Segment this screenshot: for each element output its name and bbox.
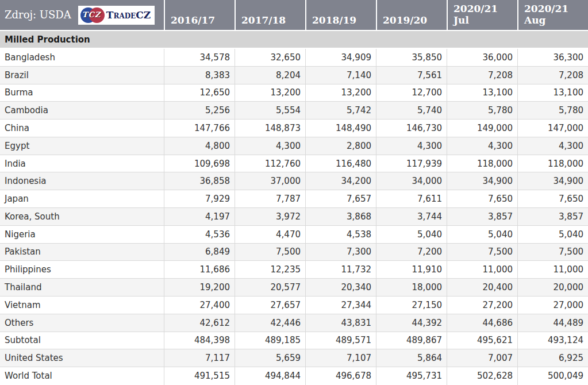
value-cell: 116,480: [305, 155, 376, 172]
value-cell: 8,204: [235, 67, 305, 84]
value-cell: 493,124: [517, 332, 588, 349]
value-cell: 3,857: [447, 208, 517, 225]
value-cell: 44,392: [376, 314, 447, 332]
source-label: Zdroj: USDA: [5, 9, 71, 21]
value-cell: 12,235: [235, 261, 305, 278]
value-cell: 20,340: [305, 279, 376, 296]
logo-wordmark: TradeCZ: [106, 9, 151, 21]
value-cell: 146,730: [376, 120, 447, 137]
value-cell: 34,900: [517, 172, 588, 190]
value-cell: 7,200: [376, 244, 447, 261]
value-cell: 7,500: [447, 244, 517, 261]
section-title: Milled Production: [5, 34, 90, 45]
value-cell: 4,300: [376, 137, 447, 155]
value-cell: 7,650: [517, 190, 588, 207]
table-row: Others 42,61242,44643,83144,39244,68644,…: [0, 314, 588, 332]
source-cell: Zdroj: USDA TCZ TradeCZ: [0, 0, 164, 30]
value-cell: 500,049: [517, 367, 588, 385]
value-cell: 5,256: [164, 102, 235, 119]
value-cell: 44,686: [447, 314, 517, 332]
column-header-label: 2016/17: [171, 14, 231, 26]
value-cell: 2,800: [305, 137, 376, 155]
value-cell: 112,760: [235, 155, 305, 172]
value-cell: 13,200: [235, 84, 305, 102]
value-cell: 27,657: [235, 297, 305, 314]
column-header-label: 2020/21: [454, 3, 514, 14]
table-row: Thailand 19,20020,57720,34018,00020,4002…: [0, 279, 588, 297]
value-cell: 3,868: [305, 208, 376, 225]
row-label: Vietnam: [0, 297, 164, 314]
table-row: United States 7,1175,6597,1075,8647,0076…: [0, 349, 588, 367]
value-cell: 5,040: [447, 226, 517, 243]
tradecz-logo-icon: TCZ: [80, 7, 105, 23]
value-cell: 495,621: [447, 332, 517, 349]
value-cell: 7,107: [305, 349, 376, 367]
value-cell: 7,611: [376, 190, 447, 207]
value-cell: 36,300: [517, 49, 588, 66]
value-cell: 147,000: [517, 120, 588, 137]
table-row: Bangladesh 34,57832,65034,90935,85036,00…: [0, 49, 588, 67]
value-cell: 5,040: [517, 226, 588, 243]
value-cell: 27,000: [517, 297, 588, 314]
value-cell: 43,831: [305, 314, 376, 332]
value-cell: 7,208: [517, 67, 588, 84]
table-row: Philippines 11,68612,23511,73211,91011,0…: [0, 261, 588, 279]
table-row: Nigeria 4,5364,4704,5385,0405,0405,040: [0, 226, 588, 244]
value-cell: 27,150: [376, 297, 447, 314]
value-cell: 494,844: [235, 367, 305, 385]
value-cell: 12,700: [376, 84, 447, 102]
column-header-2016-17: 2016/17: [164, 0, 235, 30]
value-cell: 7,300: [305, 244, 376, 261]
value-cell: 4,197: [164, 208, 235, 225]
value-cell: 36,858: [164, 172, 235, 190]
column-header-2020-21-aug: 2020/21Aug: [517, 0, 588, 30]
row-label: Bangladesh: [0, 49, 164, 66]
row-label: China: [0, 120, 164, 137]
value-cell: 4,300: [447, 137, 517, 155]
row-label: Others: [0, 314, 164, 332]
value-cell: 11,910: [376, 261, 447, 278]
table-row: Indonesia 36,85837,00034,20034,00034,900…: [0, 172, 588, 190]
value-cell: 11,686: [164, 261, 235, 278]
tradecz-logo[interactable]: TCZ TradeCZ: [78, 6, 155, 25]
value-cell: 44,489: [517, 314, 588, 332]
table-row: India 109,698112,760116,480117,939118,00…: [0, 155, 588, 173]
value-cell: 5,742: [305, 102, 376, 119]
value-cell: 13,200: [305, 84, 376, 102]
value-cell: 5,780: [447, 102, 517, 119]
value-cell: 4,536: [164, 226, 235, 243]
value-cell: 34,000: [376, 172, 447, 190]
value-cell: 27,200: [447, 297, 517, 314]
value-cell: 5,659: [235, 349, 305, 367]
table-row: Egypt 4,8004,3002,8004,3004,3004,300: [0, 137, 588, 155]
value-cell: 5,554: [235, 102, 305, 119]
value-cell: 3,972: [235, 208, 305, 225]
value-cell: 20,577: [235, 279, 305, 296]
value-cell: 18,000: [376, 279, 447, 296]
value-cell: 496,678: [305, 367, 376, 385]
value-cell: 5,040: [376, 226, 447, 243]
value-cell: 7,117: [164, 349, 235, 367]
row-label: Egypt: [0, 137, 164, 155]
value-cell: 7,140: [305, 67, 376, 84]
value-cell: 4,800: [164, 137, 235, 155]
column-header-2019-20: 2019/20: [376, 0, 447, 30]
value-cell: 11,732: [305, 261, 376, 278]
table-body: Bangladesh 34,57832,65034,90935,85036,00…: [0, 49, 588, 385]
row-label: United States: [0, 349, 164, 367]
row-label: India: [0, 155, 164, 172]
value-cell: 148,490: [305, 120, 376, 137]
row-label: World Total: [0, 367, 164, 385]
value-cell: 34,200: [305, 172, 376, 190]
table-row: Subtotal 484,398489,185489,571489,867495…: [0, 332, 588, 350]
value-cell: 7,500: [235, 244, 305, 261]
row-label: Japan: [0, 190, 164, 207]
value-cell: 5,740: [376, 102, 447, 119]
value-cell: 27,344: [305, 297, 376, 314]
value-cell: 34,900: [447, 172, 517, 190]
column-header-label: 2020/21: [524, 3, 585, 14]
value-cell: 20,400: [447, 279, 517, 296]
table-row: Vietnam 27,40027,65727,34427,15027,20027…: [0, 297, 588, 314]
column-header-label: 2019/20: [383, 14, 443, 26]
section-band: Milled Production: [0, 30, 588, 49]
